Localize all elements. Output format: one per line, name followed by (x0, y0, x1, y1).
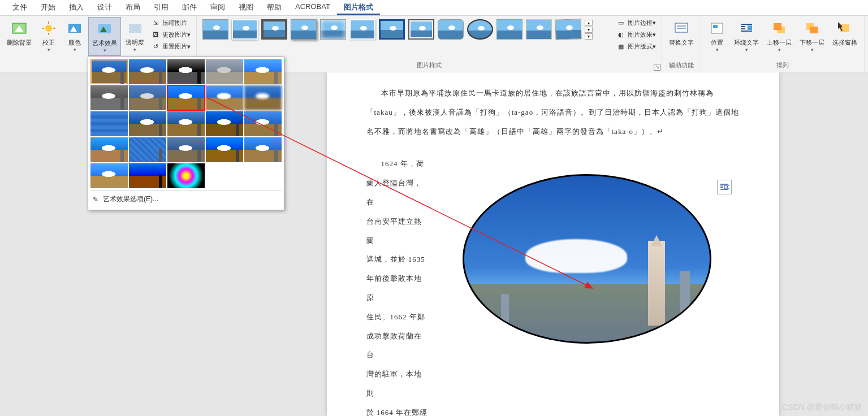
effect-thumb[interactable] (206, 85, 243, 110)
style-thumb[interactable] (320, 19, 346, 40)
document-page[interactable]: 本市早期原為平埔族原住民一馬卡道族的居住地，在該族語言當中，用以防禦海盜的刺竹林… (327, 72, 779, 416)
effect-thumb[interactable] (206, 59, 243, 84)
change-picture-button[interactable]: 🖼更改图片 ▾ (149, 29, 193, 40)
group-accessibility: 替换文字 辅助功能 (662, 16, 701, 72)
body-text: 年前後擊敗本地原 (366, 269, 429, 307)
send-backward-button[interactable]: 下移一层▾ (796, 17, 828, 55)
picture-layout-button[interactable]: ▦图片版式 ▾ (614, 41, 658, 52)
effect-thumb[interactable] (167, 137, 205, 162)
picture-effects-button[interactable]: ◐图片效果 ▾ (614, 29, 658, 40)
style-thumb-oval[interactable] (467, 19, 493, 40)
effect-thumb[interactable] (90, 163, 128, 188)
effect-thumb[interactable] (129, 111, 166, 136)
style-thumb[interactable] (379, 19, 405, 40)
effect-thumb[interactable] (129, 85, 166, 110)
position-button[interactable]: 位置▾ (705, 17, 729, 55)
style-thumb[interactable] (261, 19, 287, 40)
transparency-button[interactable]: 透明度▾ (122, 17, 148, 55)
picture-styles-gallery[interactable]: ▴ ▾ ▾ (200, 17, 613, 42)
tab-mailings[interactable]: 邮件 (175, 0, 204, 15)
effect-thumb-none[interactable] (90, 59, 128, 84)
styles-launcher-button[interactable]: ↘ (654, 64, 660, 71)
body-text: 1624 年，荷 (366, 154, 429, 174)
tab-home[interactable]: 开始 (34, 0, 62, 15)
wrap-text-button[interactable]: 环绕文字▾ (731, 17, 762, 55)
tab-review[interactable]: 审阅 (204, 0, 232, 15)
artistic-effects-button[interactable]: 艺术效果▾ (88, 17, 121, 56)
effect-thumb[interactable] (90, 137, 128, 162)
send-backward-icon (803, 19, 821, 37)
body-text: 於 1664 年在鄭經 (366, 403, 429, 416)
compress-pictures-button[interactable]: ⇲压缩图片 (149, 17, 193, 28)
layout-options-button[interactable] (717, 180, 732, 194)
selection-pane-button[interactable]: 选择窗格 (829, 17, 861, 49)
style-thumb[interactable] (496, 19, 522, 40)
effect-thumb[interactable] (129, 59, 166, 84)
bring-forward-button[interactable]: 上移一层▾ (763, 17, 795, 55)
reset-picture-button[interactable]: ↺重置图片 ▾ (149, 41, 193, 52)
effect-thumb[interactable] (244, 59, 282, 84)
style-thumb[interactable] (232, 19, 258, 40)
svg-point-2 (45, 25, 52, 32)
alt-text-button[interactable]: 替换文字 (666, 17, 697, 49)
effect-thumb[interactable] (206, 137, 243, 162)
corrections-button[interactable]: 校正▾ (36, 17, 61, 55)
tab-view[interactable]: 视图 (232, 0, 260, 15)
svg-rect-25 (840, 24, 849, 32)
remove-bg-icon (10, 19, 28, 37)
style-thumb[interactable] (349, 19, 375, 40)
picture-border-button[interactable]: ▭图片边框 ▾ (614, 17, 658, 28)
effect-thumb[interactable] (90, 85, 128, 110)
effect-thumb[interactable] (90, 111, 128, 136)
svg-rect-19 (713, 25, 718, 28)
effects-icon: ◐ (616, 30, 625, 39)
reset-pic-icon: ↺ (151, 42, 160, 51)
tab-picture-format[interactable]: 图片格式 (337, 0, 380, 15)
effect-thumb[interactable] (206, 111, 243, 136)
document-image-oval[interactable] (463, 174, 711, 344)
menu-tabs: 文件 开始 插入 设计 布局 引用 邮件 审阅 视图 帮助 ACROBAT 图片… (0, 0, 868, 16)
body-text: 成功擊敗荷蘭在台 (366, 327, 429, 365)
style-thumb[interactable] (202, 19, 228, 40)
body-text: 遮城，並於 1635 (366, 250, 429, 269)
group-label-styles: 图片样式 (417, 60, 442, 71)
border-icon: ▭ (616, 18, 625, 27)
group-label-arrange: 排列 (776, 60, 789, 71)
effect-grid (90, 59, 282, 188)
effect-thumb[interactable] (129, 163, 166, 188)
color-button[interactable]: 颜色▾ (62, 17, 87, 55)
gallery-up-button[interactable]: ▴ (585, 20, 593, 26)
effect-thumb[interactable] (167, 111, 205, 136)
effect-thumb[interactable] (244, 85, 282, 110)
wrap-icon (737, 19, 755, 37)
tab-design[interactable]: 设计 (90, 0, 119, 15)
svg-rect-12 (129, 24, 141, 33)
tab-acrobat[interactable]: ACROBAT (288, 0, 337, 15)
gallery-more-button[interactable]: ▾ (585, 33, 593, 40)
style-thumb[interactable] (408, 19, 434, 40)
tab-references[interactable]: 引用 (147, 0, 175, 15)
body-text: 台南安平建立熱蘭 (366, 212, 429, 250)
svg-rect-24 (810, 27, 818, 33)
effect-thumb[interactable] (244, 137, 282, 162)
style-thumb[interactable] (291, 19, 317, 40)
style-thumb[interactable] (555, 19, 581, 40)
artistic-effects-options-button[interactable]: ✎ 艺术效果选项(E)... (90, 190, 282, 207)
tab-help[interactable]: 帮助 (260, 0, 288, 15)
effect-thumb[interactable] (129, 137, 166, 162)
effect-thumb[interactable] (167, 163, 205, 188)
transparency-icon (126, 19, 144, 37)
bring-forward-icon (770, 19, 788, 37)
tab-layout[interactable]: 布局 (119, 0, 147, 15)
tab-insert[interactable]: 插入 (62, 0, 90, 15)
remove-background-button[interactable]: 删除背景 (3, 17, 35, 49)
effect-thumb-highlighted[interactable] (167, 85, 205, 110)
style-thumb[interactable] (526, 19, 552, 40)
artistic-icon (96, 20, 114, 38)
group-arrange: 位置▾ 环绕文字▾ 上移一层▾ 下移一层▾ 选择窗格 排列 (701, 16, 865, 72)
effect-thumb[interactable] (167, 59, 205, 84)
style-thumb[interactable] (438, 19, 464, 40)
tab-file[interactable]: 文件 (6, 0, 34, 15)
gallery-down-button[interactable]: ▾ (585, 27, 593, 33)
effect-thumb[interactable] (244, 111, 282, 136)
